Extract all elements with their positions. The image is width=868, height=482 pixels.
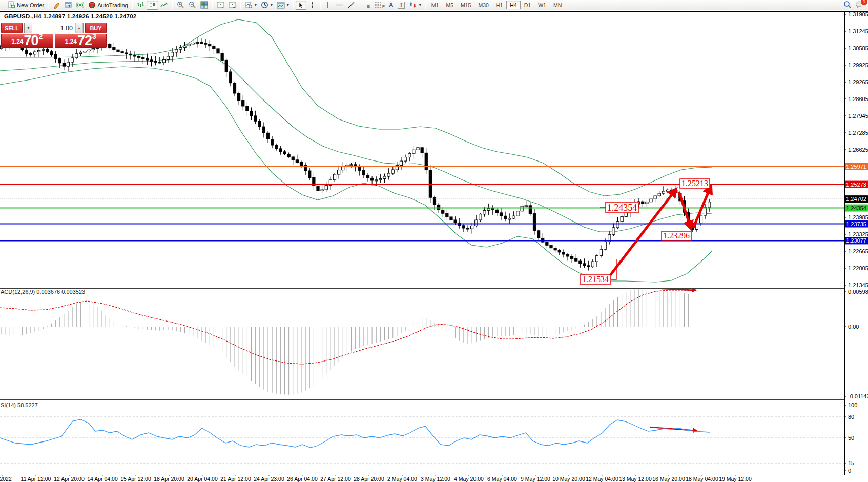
svg-text:1.29265: 1.29265: [848, 79, 868, 85]
time-axis-label: 16 May 20:00: [652, 476, 685, 482]
zoom-out-icon: [189, 1, 196, 9]
line-chart-mode-button[interactable]: [158, 1, 170, 10]
candlestick-icon: [149, 1, 156, 9]
tile-windows-button[interactable]: [198, 1, 210, 10]
chart-shift-icon: [229, 1, 236, 9]
macd-indicator-label: ACD(12,26,9) 0.003676 0.003523: [1, 289, 85, 295]
macd-signal-line: [0, 290, 693, 364]
clock-icon: [261, 1, 268, 9]
trendline-tool-button[interactable]: [345, 1, 357, 10]
buy-price-display[interactable]: 1.24723: [55, 34, 107, 48]
line-chart-icon: [160, 1, 168, 9]
tf-button-m15[interactable]: M15: [457, 1, 474, 9]
tf-button-h1[interactable]: H1: [492, 1, 506, 9]
bar-chart-icon: [137, 1, 144, 9]
svg-text:1.25273: 1.25273: [846, 182, 866, 188]
tf-button-m1[interactable]: M1: [428, 1, 443, 9]
fibonacci-icon: [374, 1, 382, 9]
price-annotation: 1.21534: [580, 259, 616, 284]
new-order-button[interactable]: New Order: [6, 1, 46, 10]
time-axis-label: 13 May 12:00: [619, 476, 652, 482]
svg-text:1.23077: 1.23077: [846, 237, 866, 244]
sell-button[interactable]: SELL: [1, 23, 23, 33]
svg-text:1.25213: 1.25213: [681, 179, 708, 188]
tf-button-h4[interactable]: H4: [506, 1, 520, 9]
zoom-out-button[interactable]: [187, 1, 198, 10]
crayon-icon: [53, 1, 60, 9]
auto-scroll-button[interactable]: [215, 1, 226, 10]
templates-button[interactable]: ▾: [275, 1, 291, 10]
svg-text:80: 80: [848, 414, 854, 420]
volume-decrease-button[interactable]: ▼: [25, 23, 32, 33]
tf-button-w1[interactable]: W1: [534, 1, 550, 9]
sell-price-display[interactable]: 1.24702: [1, 34, 53, 48]
crosshair-tool-button[interactable]: [306, 1, 318, 10]
tile-windows-icon: [200, 1, 208, 9]
fibonacci-glyph: F: [382, 4, 385, 9]
text-label-tool-button[interactable]: T: [396, 1, 407, 10]
svg-text:1.23296: 1.23296: [663, 231, 690, 240]
cursor-tool-button[interactable]: [296, 1, 306, 10]
buy-price-sup: 3: [92, 32, 96, 41]
svg-text:1.24354: 1.24354: [607, 203, 637, 213]
zoom-in-button[interactable]: [175, 1, 187, 10]
time-axis-label: 26 Apr 04:00: [287, 476, 318, 482]
candlestick-mode-button[interactable]: [147, 1, 158, 10]
buy-button[interactable]: BUY: [85, 23, 107, 33]
chart-area[interactable]: 1.259711.252731.247021.243541.237351.230…: [0, 0, 868, 482]
svg-text:1.21534: 1.21534: [582, 275, 609, 284]
svg-text:0.005982: 0.005982: [848, 289, 868, 295]
toolbar-separator: [320, 1, 321, 9]
volume-increase-button[interactable]: ▲: [75, 23, 83, 33]
chevron-down-icon: ▾: [255, 3, 257, 7]
chart-shift-button[interactable]: [226, 1, 238, 10]
svg-text:15: 15: [848, 460, 854, 466]
time-axis-label: 27 Apr 12:00: [320, 476, 351, 482]
fibonacci-tool-button[interactable]: F: [372, 1, 387, 10]
signals-button[interactable]: [74, 1, 86, 10]
market-watch-button[interactable]: [63, 1, 74, 10]
time-axis-label: 12 May 04:00: [586, 476, 618, 482]
channel-glyph: E: [367, 4, 370, 9]
price-annotation: 1.25213: [680, 179, 710, 188]
chevron-down-icon: ▾: [419, 3, 421, 7]
signal-icon: [76, 1, 84, 9]
time-axis-label: 28 Apr 20:00: [354, 476, 384, 482]
arrows-tool-button[interactable]: ▾: [407, 1, 423, 10]
toolbar-grip: [2, 2, 4, 9]
text-tool-button[interactable]: A: [387, 1, 396, 10]
sell-price-big: 70: [24, 35, 38, 47]
svg-text:1.24702: 1.24702: [846, 196, 866, 202]
tf-button-d1[interactable]: D1: [521, 1, 534, 9]
autotrading-button[interactable]: AutoTrading: [86, 1, 130, 10]
time-axis-label: 24 Apr 23:00: [254, 476, 284, 482]
time-axis-label: 14 Apr 04:00: [87, 476, 118, 482]
tf-button-m30[interactable]: M30: [474, 1, 492, 9]
tf-button-mn[interactable]: MN: [550, 1, 565, 9]
search-icon[interactable]: [843, 1, 852, 10]
svg-text:1.31245: 1.31245: [848, 28, 868, 34]
text-tool-glyph: A: [389, 2, 394, 9]
tf-button-m5[interactable]: M5: [442, 1, 457, 9]
template-icon: [277, 2, 285, 9]
volume-input[interactable]: [32, 23, 75, 33]
notification-count-badge: 1: [861, 0, 867, 5]
svg-text:1.27945: 1.27945: [848, 113, 868, 119]
channel-tool-button[interactable]: E: [357, 1, 372, 10]
svg-text:50: 50: [848, 435, 854, 441]
sell-price-sup: 2: [39, 32, 43, 41]
periods-button[interactable]: ▾: [259, 1, 275, 10]
svg-text:1.30585: 1.30585: [848, 45, 868, 51]
chevron-down-icon: ▾: [271, 3, 273, 7]
bar-chart-mode-button[interactable]: [135, 1, 147, 10]
time-axis-label: pr 2022: [0, 476, 12, 482]
toolbar-separator: [293, 1, 294, 9]
time-axis-label: 9 May 12:00: [521, 476, 550, 482]
notifications-button[interactable]: 1: [855, 1, 864, 9]
styler-button[interactable]: [51, 1, 63, 10]
indicators-button[interactable]: ▾: [243, 1, 259, 10]
horizontal-line-tool-button[interactable]: [333, 1, 345, 10]
svg-text:1.26625: 1.26625: [848, 147, 868, 153]
vertical-line-tool-button[interactable]: [323, 1, 333, 10]
rsi-indicator-label: SI(14) 58.5227: [1, 402, 38, 408]
